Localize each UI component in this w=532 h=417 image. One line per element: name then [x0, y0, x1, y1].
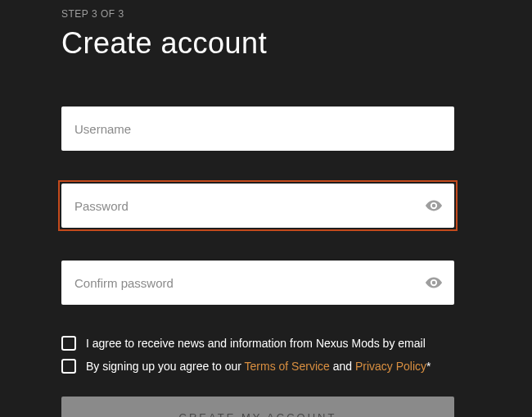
confirm-password-input[interactable] [61, 261, 454, 305]
password-field-wrapper [61, 184, 454, 228]
page-title: Create account [61, 26, 471, 61]
username-input[interactable] [61, 107, 454, 151]
required-asterisk: * [426, 360, 431, 373]
terms-prefix: By signing up you agree to our [86, 360, 245, 373]
consent-section: I agree to receive news and information … [61, 336, 471, 374]
terms-of-service-link[interactable]: Terms of Service [245, 360, 330, 373]
confirm-password-field-wrapper [61, 261, 454, 305]
create-account-button[interactable]: CREATE MY ACCOUNT [61, 397, 454, 417]
terms-consent-row: By signing up you agree to our Terms of … [61, 359, 471, 374]
username-field-wrapper [61, 107, 454, 151]
password-input[interactable] [61, 184, 454, 228]
privacy-policy-link[interactable]: Privacy Policy [355, 360, 426, 373]
terms-checkbox[interactable] [61, 359, 76, 374]
create-account-form: STEP 3 OF 3 Create account I agree to re… [0, 0, 532, 417]
eye-icon[interactable] [425, 197, 443, 215]
terms-mid: and [330, 360, 355, 373]
eye-icon[interactable] [425, 274, 443, 292]
step-label: STEP 3 OF 3 [61, 8, 471, 20]
news-consent-row: I agree to receive news and information … [61, 336, 471, 351]
terms-consent-label: By signing up you agree to our Terms of … [86, 359, 431, 374]
news-consent-label: I agree to receive news and information … [86, 336, 426, 351]
news-checkbox[interactable] [61, 336, 76, 351]
